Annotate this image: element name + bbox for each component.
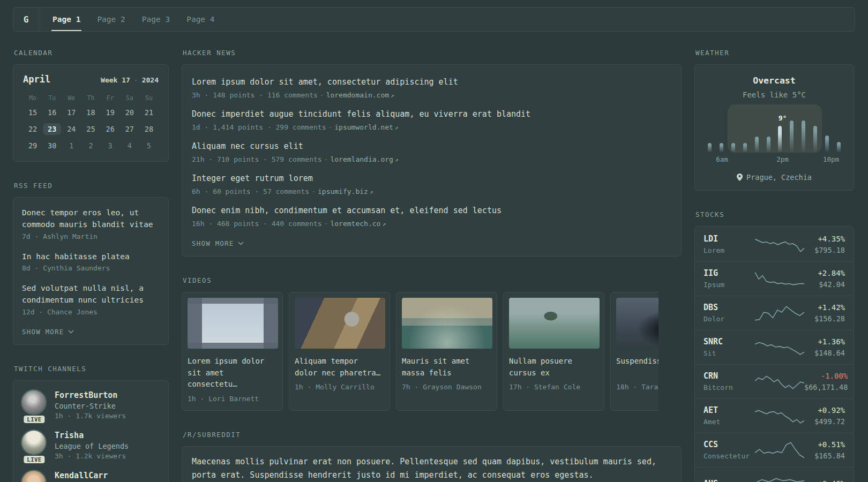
stock-price: $148.64 xyxy=(804,349,845,357)
item-domain-link[interactable]: loremdomain.com↗ xyxy=(326,91,394,99)
stock-values: +0.46% xyxy=(804,479,845,482)
calendar-day[interactable]: 30 xyxy=(42,137,62,154)
twitch-channel-row[interactable]: KendallCarr xyxy=(22,471,160,482)
item-domain-link[interactable]: ipsumworld.net↗ xyxy=(334,123,398,131)
reddit-post-title[interactable]: Maecenas mollis pulvinar erat non posuer… xyxy=(192,455,671,482)
show-more-button[interactable]: SHOW MORE xyxy=(22,327,74,337)
video-card[interactable]: Mauris sit amet massa felis7h · Grayson … xyxy=(396,292,497,411)
story-title[interactable]: Integer eget rutrum lorem xyxy=(192,173,671,184)
show-more-label: SHOW MORE xyxy=(22,328,64,336)
weather-location[interactable]: Prague, Czechia xyxy=(704,173,844,182)
calendar-day[interactable]: 22 xyxy=(23,120,42,137)
video-card[interactable]: Nullam posuere cursus ex17h · Stefan Col… xyxy=(503,292,604,411)
calendar-day[interactable]: 2 xyxy=(81,137,100,154)
calendar-day[interactable]: 17 xyxy=(62,104,81,120)
channel-name[interactable]: KendallCarr xyxy=(55,471,108,480)
calendar-day[interactable]: 1 xyxy=(62,137,81,154)
rss-item-title[interactable]: In hac habitasse platea xyxy=(22,251,160,263)
weather-bar xyxy=(837,142,841,153)
calendar-day[interactable]: 26 xyxy=(101,120,120,137)
item-domain-link[interactable]: loremtech.co↗ xyxy=(330,220,386,228)
calendar-day-number: 23 xyxy=(43,123,61,135)
tab-page-3[interactable]: Page 3 xyxy=(141,7,171,31)
story-meta: 6h · 60 points · 57 comments·ipsumify.bi… xyxy=(192,187,671,195)
show-more-button[interactable]: SHOW MORE xyxy=(192,238,244,248)
calendar-day[interactable]: 29 xyxy=(23,137,42,154)
stock-price: $66,171.48 xyxy=(804,383,848,391)
calendar-day[interactable]: 23 xyxy=(42,120,62,137)
calendar-day[interactable]: 16 xyxy=(42,104,62,120)
stock-sparkline xyxy=(755,406,804,425)
rss-item: Donec tempor eros leo, ut commodo mauris… xyxy=(22,207,160,240)
channel-name[interactable]: Trisha xyxy=(55,431,129,440)
stock-row-ahs[interactable]: AHS+0.46% xyxy=(695,467,854,482)
tab-page-2[interactable]: Page 2 xyxy=(96,7,126,31)
calendar-day[interactable]: 28 xyxy=(139,120,159,137)
calendar-day[interactable]: 24 xyxy=(62,120,81,137)
story-title[interactable]: Lorem ipsum dolor sit amet, consectetur … xyxy=(192,77,671,88)
stock-sparkline xyxy=(755,372,804,391)
video-meta: 7h · Grayson Dawson xyxy=(402,383,491,391)
hackernews-item: Aliquam nec cursus elit21h · 710 points … xyxy=(192,133,671,165)
stock-row-snrc[interactable]: SNRCSit+1.36%$148.64 xyxy=(695,330,854,364)
calendar-day[interactable]: 15 xyxy=(23,104,42,120)
item-meta-text: 6h · 60 points · 57 comments xyxy=(192,187,309,195)
weather-location-text: Prague, Czechia xyxy=(746,173,812,182)
stock-row-dbs[interactable]: DBSDolor+1.42%$156.28 xyxy=(695,296,854,330)
stock-name: Bitcorn xyxy=(704,383,755,391)
calendar-day[interactable]: 18 xyxy=(81,104,100,120)
channel-info: KendallCarr xyxy=(55,471,108,482)
stock-row-aet[interactable]: AETAmet+0.92%$499.72 xyxy=(695,398,854,433)
calendar-day[interactable]: 5 xyxy=(139,137,159,154)
avatar-wrap: LIVE xyxy=(22,431,47,460)
section-title-subreddit: /R/SUBREDDIT xyxy=(183,431,682,439)
calendar-day[interactable]: 21 xyxy=(139,104,159,120)
video-card[interactable]: Aliquam tempor dolor nec pharetra…1h · M… xyxy=(289,292,390,411)
story-meta: 3h · 148 points · 116 comments·loremdoma… xyxy=(192,91,671,99)
calendar-day-number: 20 xyxy=(121,107,139,118)
rss-item-title[interactable]: Donec tempor eros leo, ut commodo mauris… xyxy=(22,207,160,231)
story-title[interactable]: Donec enim nibh, condimentum et accumsan… xyxy=(192,205,671,216)
calendar-day[interactable]: 19 xyxy=(101,104,120,120)
stock-identity: CRNBitcorn xyxy=(704,371,755,391)
tab-page-4[interactable]: Page 4 xyxy=(185,7,215,31)
stock-identity: LDILorem xyxy=(704,234,755,254)
rss-widget: Donec tempor eros leo, ut commodo mauris… xyxy=(13,197,169,345)
item-domain-link[interactable]: loremlandia.org↗ xyxy=(330,155,398,163)
weekday-label: Th xyxy=(81,94,100,102)
item-meta-text: 1d · 1,414 points · 299 comments xyxy=(192,123,326,131)
calendar-day[interactable]: 3 xyxy=(101,137,120,154)
stock-row-ldi[interactable]: LDILorem+4.35%$795.18 xyxy=(695,228,854,261)
twitch-section: TWITCH CHANNELS LIVEForrestBurtonCounter… xyxy=(13,365,169,482)
stock-row-crn[interactable]: CRNBitcorn-1.00%$66,171.48 xyxy=(695,364,854,398)
video-card[interactable]: Suspendisse diam18h · Tara xyxy=(610,292,659,411)
app-logo[interactable]: G xyxy=(13,7,39,31)
channel-name[interactable]: ForrestBurton xyxy=(55,390,126,400)
hackernews-item: Integer eget rutrum lorem6h · 60 points … xyxy=(192,165,671,198)
stock-row-iig[interactable]: IIGIpsum+2.84%$42.04 xyxy=(695,261,854,296)
calendar-day[interactable]: 27 xyxy=(120,120,139,137)
item-meta-text: 3h · 148 points · 116 comments xyxy=(192,91,318,99)
story-title[interactable]: Aliquam nec cursus elit xyxy=(192,141,671,152)
rss-item-title[interactable]: Sed volutpat nulla nisl, a condimentum n… xyxy=(22,283,160,306)
video-title: Aliquam tempor dolor nec pharetra… xyxy=(295,356,384,379)
story-title[interactable]: Donec imperdiet augue tincidunt felis al… xyxy=(192,109,671,120)
channel-info: TrishaLeague of Legends3h · 1.2k viewers xyxy=(55,431,129,460)
weather-section: WEATHER Overcast Feels like 5°C 9°6am2pm… xyxy=(694,49,854,191)
calendar-day-number: 22 xyxy=(24,123,42,135)
video-card[interactable]: Lorem ipsum dolor sit amet consectetu…1h… xyxy=(182,292,283,411)
twitch-channel-row[interactable]: LIVETrishaLeague of Legends3h · 1.2k vie… xyxy=(22,431,160,460)
tab-page-1[interactable]: Page 1 xyxy=(51,7,81,31)
stock-row-ccs[interactable]: CCSConsectetur+0.51%$165.84 xyxy=(695,433,854,467)
calendar-day-number: 2 xyxy=(84,140,98,152)
calendar-day[interactable]: 20 xyxy=(120,104,139,120)
video-title: Suspendisse diam xyxy=(616,356,659,379)
section-title-weather: WEATHER xyxy=(695,49,854,57)
twitch-channel-row[interactable]: LIVEForrestBurtonCounter-Strike1h · 1.7k… xyxy=(22,390,160,420)
top-nav: G Page 1Page 2Page 3Page 4 xyxy=(13,7,855,32)
weather-bar xyxy=(755,137,759,153)
calendar-day[interactable]: 25 xyxy=(81,120,100,137)
item-domain-link[interactable]: ipsumify.biz↗ xyxy=(318,187,373,195)
stock-sparkline xyxy=(755,303,804,322)
calendar-day[interactable]: 4 xyxy=(120,137,139,154)
